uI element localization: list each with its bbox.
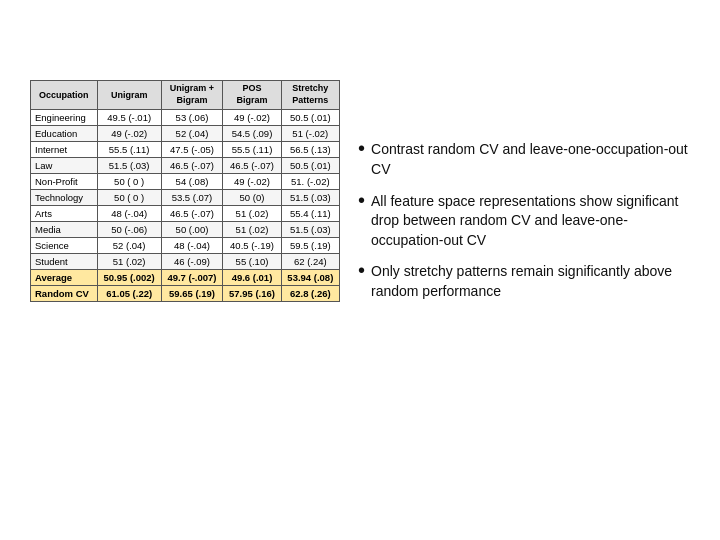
value-cell: 46.5 (-.07) [223,157,281,173]
bullet-text: All feature space representations show s… [371,192,700,251]
value-cell: 46 (-.09) [161,253,223,269]
table-row-average: Average50.95 (.002)49.7 (-.007)49.6 (.01… [31,269,340,285]
value-cell: 55.5 (.11) [97,141,161,157]
value-cell: 50.5 (.01) [281,109,339,125]
table-row: Science52 (.04)48 (-.04)40.5 (-.19)59.5 … [31,237,340,253]
bullet-dot: • [358,190,365,251]
bullet-text: Only stretchy patterns remain significan… [371,262,700,301]
slide: Occupation Unigram Unigram +Bigram POSBi… [0,0,720,540]
occupation-cell: Law [31,157,98,173]
value-cell: 49.6 (.01) [223,269,281,285]
occupation-cell: Random CV [31,285,98,301]
value-cell: 50 ( 0 ) [97,173,161,189]
table-row: Engineering49.5 (-.01)53 (.06)49 (-.02)5… [31,109,340,125]
occupation-cell: Internet [31,141,98,157]
value-cell: 49 (-.02) [223,109,281,125]
occupation-cell: Technology [31,189,98,205]
table-row: Student51 (.02)46 (-.09)55 (.10)62 (.24) [31,253,340,269]
bullet-item-1: •All feature space representations show … [358,192,700,251]
occupation-cell: Student [31,253,98,269]
value-cell: 57.95 (.16) [223,285,281,301]
results-table: Occupation Unigram Unigram +Bigram POSBi… [30,80,340,301]
table-container: Occupation Unigram Unigram +Bigram POSBi… [30,80,340,520]
table-row-random-cv: Random CV61.05 (.22)59.65 (.19)57.95 (.1… [31,285,340,301]
occupation-cell: Media [31,221,98,237]
value-cell: 53.5 (.07) [161,189,223,205]
occupation-cell: Education [31,125,98,141]
value-cell: 50 (-.06) [97,221,161,237]
value-cell: 50.5 (.01) [281,157,339,173]
value-cell: 48 (-.04) [97,205,161,221]
value-cell: 50.95 (.002) [97,269,161,285]
value-cell: 51.5 (.03) [281,221,339,237]
col-header-pos-bigram: POSBigram [223,81,281,109]
col-header-occupation: Occupation [31,81,98,109]
value-cell: 52 (.04) [161,125,223,141]
value-cell: 53 (.06) [161,109,223,125]
value-cell: 54.5 (.09) [223,125,281,141]
occupation-cell: Science [31,237,98,253]
value-cell: 50 (.00) [161,221,223,237]
value-cell: 51 (.02) [223,205,281,221]
value-cell: 49 (-.02) [223,173,281,189]
occupation-cell: Average [31,269,98,285]
value-cell: 51 (-.02) [281,125,339,141]
value-cell: 46.5 (-.07) [161,157,223,173]
value-cell: 59.5 (.19) [281,237,339,253]
value-cell: 47.5 (-.05) [161,141,223,157]
value-cell: 51 (.02) [97,253,161,269]
table-row: Law51.5 (.03)46.5 (-.07)46.5 (-.07)50.5 … [31,157,340,173]
col-header-unigram: Unigram [97,81,161,109]
value-cell: 52 (.04) [97,237,161,253]
occupation-cell: Engineering [31,109,98,125]
value-cell: 48 (-.04) [161,237,223,253]
table-row: Internet55.5 (.11)47.5 (-.05)55.5 (.11)5… [31,141,340,157]
table-row: Non-Profit50 ( 0 )54 (.08)49 (-.02)51. (… [31,173,340,189]
value-cell: 55.5 (.11) [223,141,281,157]
table-row: Technology50 ( 0 )53.5 (.07)50 (0)51.5 (… [31,189,340,205]
value-cell: 59.65 (.19) [161,285,223,301]
occupation-cell: Non-Profit [31,173,98,189]
bullet-text: Contrast random CV and leave-one-occupat… [371,140,700,179]
content-area: Occupation Unigram Unigram +Bigram POSBi… [30,80,700,520]
value-cell: 49.5 (-.01) [97,109,161,125]
value-cell: 46.5 (-.07) [161,205,223,221]
value-cell: 50 (0) [223,189,281,205]
value-cell: 51. (-.02) [281,173,339,189]
value-cell: 62.8 (.26) [281,285,339,301]
value-cell: 54 (.08) [161,173,223,189]
slide-title [30,24,700,62]
value-cell: 55.4 (.11) [281,205,339,221]
table-row: Media50 (-.06)50 (.00)51 (.02)51.5 (.03) [31,221,340,237]
table-row: Education49 (-.02)52 (.04)54.5 (.09)51 (… [31,125,340,141]
value-cell: 51.5 (.03) [281,189,339,205]
value-cell: 40.5 (-.19) [223,237,281,253]
value-cell: 51.5 (.03) [97,157,161,173]
bullet-list: •Contrast random CV and leave-one-occupa… [358,80,700,520]
occupation-cell: Arts [31,205,98,221]
value-cell: 50 ( 0 ) [97,189,161,205]
bullet-item-0: •Contrast random CV and leave-one-occupa… [358,140,700,179]
value-cell: 49.7 (-.007) [161,269,223,285]
table-row: Arts48 (-.04)46.5 (-.07)51 (.02)55.4 (.1… [31,205,340,221]
value-cell: 53.94 (.08) [281,269,339,285]
bullet-dot: • [358,138,365,179]
value-cell: 56.5 (.13) [281,141,339,157]
value-cell: 51 (.02) [223,221,281,237]
col-header-unigram-bigram: Unigram +Bigram [161,81,223,109]
bullet-dot: • [358,260,365,301]
value-cell: 62 (.24) [281,253,339,269]
col-header-stretchy: StretchyPatterns [281,81,339,109]
value-cell: 49 (-.02) [97,125,161,141]
bullet-item-2: •Only stretchy patterns remain significa… [358,262,700,301]
value-cell: 55 (.10) [223,253,281,269]
value-cell: 61.05 (.22) [97,285,161,301]
